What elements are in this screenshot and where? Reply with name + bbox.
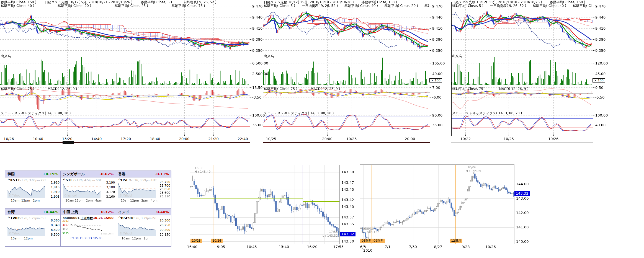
daily-high-date: 10/06: [467, 166, 476, 169]
contract-month-badge: 09限月: [372, 239, 385, 243]
daily-price-badge: 143.32: [514, 191, 530, 196]
daily-low-date: 06/04: [362, 227, 371, 231]
daily-y-tick: 142.00: [516, 211, 529, 215]
daily-y-tick: 143.00: [516, 197, 529, 200]
contract-month-badge: 06限月: [360, 239, 373, 243]
daily-x-tick: 9/28: [462, 245, 470, 249]
daily-x-tick: 8/27: [434, 245, 442, 249]
daily-low-value: L : 140.18: [362, 231, 377, 234]
daily-x-tick: 10/26: [485, 245, 496, 249]
daily-x-tick: 7/1: [385, 245, 391, 249]
bond-futures-daily-chart: 10/06 H : 144.91 06/04 L : 140.18 2010 1…: [0, 0, 644, 258]
daily-high-value: H : 144.91: [466, 169, 481, 173]
daily-y-tick: 144.00: [516, 182, 529, 186]
daily-y-tick: 140.00: [516, 240, 529, 243]
daily-x-tick: 6/3: [360, 245, 366, 249]
trading-workspace: { "colors":{"accent_green":"#008800","ac…: [0, 0, 644, 258]
daily-y-tick: 141.00: [516, 225, 529, 229]
daily-axis-year: 2010: [363, 248, 372, 252]
daily-chart-canvas[interactable]: [360, 164, 514, 244]
contract-month-badge: 12限月: [450, 239, 462, 243]
daily-x-tick: 7/30: [409, 245, 417, 249]
